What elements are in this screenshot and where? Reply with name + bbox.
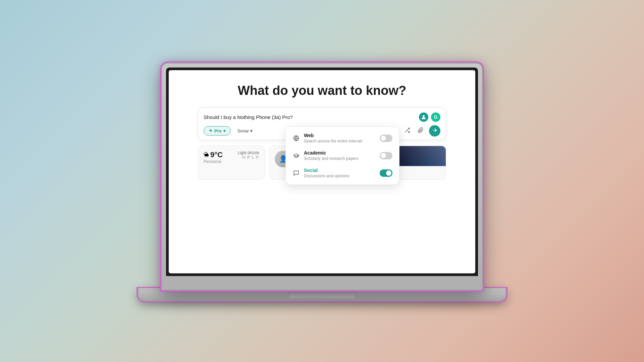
attach-button[interactable] — [416, 126, 426, 136]
toolbar-left: ✦ Pro ▾ Sonar ▾ — [204, 126, 257, 135]
screen-bezel: What do you want to know? Should I buy a… — [166, 67, 478, 276]
web-toggle[interactable] — [380, 134, 392, 142]
dropdown-item-web[interactable]: Web Search across the entire Internet — [288, 129, 396, 147]
search-query-text[interactable]: Should I buy a Nothing Phone (3a) Pro? — [204, 114, 419, 120]
dropdown-item-academic[interactable]: Academic Scholarly and research papers — [288, 147, 396, 164]
weather-card[interactable]: 🌦 9°C Penzance Light drizzle H: 8° L: 5° — [198, 145, 265, 180]
search-mode-dropdown: Web Search across the entire Internet — [285, 126, 399, 185]
grammarly-icon: G — [431, 112, 440, 122]
submit-icon — [432, 127, 438, 134]
social-item-text: Social Discussions and opinions — [304, 168, 376, 178]
social-desc: Discussions and opinions — [304, 174, 376, 178]
weather-description: Light drizzle — [238, 150, 259, 155]
weather-temperature: 9°C — [210, 150, 223, 159]
web-icon — [292, 134, 300, 142]
shuffle-button[interactable] — [402, 126, 412, 136]
academic-title: Academic — [304, 150, 376, 156]
weather-location: Penzance — [204, 159, 223, 164]
weather-right: Light drizzle H: 8° L: 5° — [238, 150, 259, 159]
academic-toggle-knob — [381, 153, 386, 158]
social-icon — [292, 169, 300, 177]
academic-item-text: Academic Scholarly and research papers — [304, 150, 376, 161]
trackpad[interactable] — [288, 292, 356, 299]
shuffle-icon — [404, 127, 410, 134]
search-container: Should I buy a Nothing Phone (3a) Pro? G — [198, 107, 446, 140]
dropdown-item-social[interactable]: Social Discussions and opinions — [288, 164, 396, 182]
sonar-button[interactable]: Sonar ▾ — [233, 127, 257, 135]
sonar-chevron-icon: ▾ — [250, 128, 253, 133]
weather-icon: 🌦 — [204, 152, 209, 158]
pro-label: Pro — [214, 128, 222, 133]
web-title: Web — [304, 133, 376, 138]
pro-chevron-icon: ▾ — [223, 128, 226, 133]
main-heading: What do you want to know? — [238, 83, 406, 98]
academic-desc: Scholarly and research papers — [304, 156, 376, 161]
weather-temp-group: 🌦 9°C Penzance — [204, 150, 223, 164]
weather-top: 🌦 9°C Penzance Light drizzle H: 8° L: 5° — [204, 150, 259, 164]
social-title: Social — [304, 168, 376, 173]
web-toggle-knob — [381, 135, 386, 141]
laptop-screen-body: What do you want to know? Should I buy a… — [161, 62, 483, 290]
svg-point-0 — [423, 115, 425, 117]
search-icons-right: G — [419, 112, 440, 122]
toolbar-right — [402, 125, 440, 136]
search-input-row: Should I buy a Nothing Phone (3a) Pro? G — [204, 112, 440, 122]
app-ui: What do you want to know? Should I buy a… — [169, 70, 475, 273]
attach-icon — [418, 127, 424, 134]
submit-button[interactable] — [429, 125, 440, 136]
social-toggle-knob — [386, 170, 391, 176]
academic-icon — [292, 152, 300, 159]
academic-toggle[interactable] — [380, 152, 392, 159]
web-item-text: Web Search across the entire Internet — [304, 133, 376, 143]
spark-icon: ✦ — [209, 128, 213, 133]
avatar-icon — [419, 112, 428, 122]
pro-button[interactable]: ✦ Pro ▾ — [204, 126, 231, 135]
sonar-label: Sonar — [237, 128, 249, 133]
web-desc: Search across the entire Internet — [304, 139, 376, 143]
screen-content: What do you want to know? Should I buy a… — [169, 70, 475, 273]
social-toggle[interactable] — [380, 169, 392, 177]
weather-hl: H: 8° L: 5° — [238, 155, 259, 159]
